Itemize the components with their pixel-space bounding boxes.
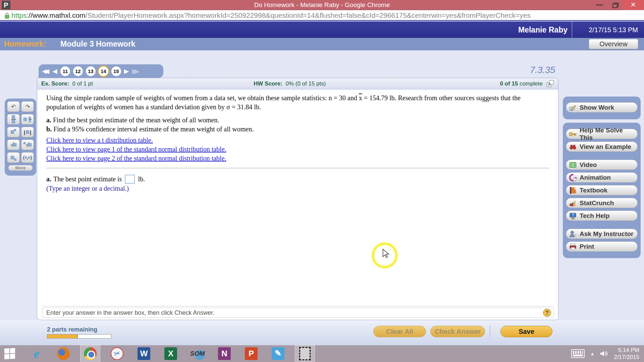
window-titlebar: P Do Homework - Melanie Raby - Google Ch… (0, 0, 644, 10)
answer-part-label: a. (46, 175, 51, 183)
taskbar-time: 5:14 PM (614, 347, 639, 354)
monitor-question-icon: ? (569, 212, 577, 220)
homework-title: Module 3 Homework (60, 40, 136, 49)
mixed-number-icon[interactable] (21, 114, 34, 125)
hw-score-value: 0% (0 of 15 pts) (285, 80, 326, 87)
first-question-button[interactable]: ◀◀ (42, 67, 49, 75)
next-question-button[interactable]: ▶ (124, 67, 129, 75)
undo-icon[interactable]: ↶ (7, 101, 20, 112)
x-bar-symbol: x (359, 94, 362, 102)
subscript-icon[interactable] (7, 152, 20, 163)
exponent-icon[interactable] (7, 127, 20, 137)
complete-label: complete (520, 80, 543, 87)
word-icon[interactable]: W (134, 345, 154, 362)
ask-instructor-button[interactable]: Ask My Instructor (566, 229, 638, 239)
question-15-button[interactable]: 15 (111, 66, 121, 76)
save-button[interactable]: Save (500, 326, 552, 337)
browser-address-bar[interactable]: https://www.mathxl.com/Student/PlayerHom… (0, 10, 644, 21)
powerpoint-icon[interactable]: P (241, 345, 261, 362)
answer-prompt: The best point estimate is (53, 175, 122, 183)
restore-button[interactable] (607, 0, 623, 10)
help-me-solve-button[interactable]: Help Me Solve This (566, 129, 638, 139)
som-icon[interactable]: SOM (188, 345, 207, 362)
snipping-tool-icon[interactable]: ✂ (107, 345, 127, 362)
statcrunch-label: StatCrunch (580, 199, 614, 207)
question-13-button[interactable]: 13 (86, 66, 96, 76)
instruction-text: Enter your answer in the answer box, the… (46, 309, 214, 316)
onenote-icon[interactable]: N (215, 345, 234, 362)
complete-status: 0 of 15 complete (500, 80, 543, 87)
part-b-text: Find a 95% confidence interval estimate … (53, 125, 254, 133)
help-icon[interactable]: ? (543, 309, 551, 317)
question-11-button[interactable]: 11 (60, 66, 70, 76)
footer-separator (490, 325, 490, 338)
parts-remaining: 2 parts remaining (47, 326, 97, 333)
square-root-icon[interactable]: √ (7, 139, 20, 150)
reference-links: Click here to view a t distribution tabl… (46, 136, 226, 163)
ordered-pair-icon[interactable]: (,) (21, 152, 34, 163)
normal-table-page1-link[interactable]: Click here to view page 1 of the standar… (46, 145, 226, 154)
check-answer-button[interactable]: Check Answer (430, 326, 485, 337)
taskbar-date: 2/17/2015 (614, 354, 639, 361)
key-icon (569, 130, 577, 138)
popout-icon[interactable] (546, 80, 554, 88)
journal-icon[interactable]: ✎ (268, 345, 288, 362)
url-text[interactable]: https://www.mathxl.com/Student/PlayerHom… (11, 11, 531, 19)
tech-help-button[interactable]: ? Tech Help (566, 210, 638, 221)
nth-root-icon[interactable]: √ (21, 139, 34, 150)
taskbar-caret-icon[interactable]: ▲ (590, 351, 594, 356)
question-14-button-selected[interactable]: 14 (99, 66, 108, 76)
question-part-b: b. Find a 95% confidence interval estima… (46, 125, 546, 134)
touch-keyboard-icon[interactable] (571, 349, 585, 358)
url-scheme: https (11, 11, 27, 19)
more-palette-button[interactable]: More (8, 165, 33, 171)
question-12-button[interactable]: 12 (73, 66, 83, 76)
progress-bar (47, 334, 111, 339)
view-example-button[interactable]: View an Example (566, 141, 638, 152)
clear-all-button[interactable]: Clear All (373, 326, 426, 337)
chrome-icon-active[interactable] (80, 345, 100, 362)
header-datetime: 2/17/15 5:13 PM (589, 26, 638, 34)
show-work-button[interactable]: Show Work (566, 102, 638, 113)
instructor-person-icon (569, 230, 577, 238)
t-table-link[interactable]: Click here to view a t distribution tabl… (46, 136, 226, 145)
last-question-button[interactable]: ▶▶ (132, 67, 139, 75)
taskbar-clock[interactable]: 5:14 PM 2/17/2015 (614, 347, 639, 361)
textbook-button[interactable]: Textbook (566, 185, 638, 195)
video-button[interactable]: Video (566, 160, 638, 170)
windows-logo-icon (4, 348, 15, 359)
volume-icon[interactable] (600, 350, 608, 358)
prev-question-button[interactable]: ◀ (52, 67, 57, 75)
book-icon (569, 186, 577, 194)
close-button[interactable]: ✕ (623, 0, 644, 10)
print-button[interactable]: Print (566, 241, 638, 252)
math-palette: ↶ ↷ || √ √ (,) More (5, 99, 36, 176)
instruction-divider (42, 306, 554, 306)
minimize-button[interactable]: — (592, 0, 607, 10)
redo-icon[interactable]: ↷ (21, 101, 34, 112)
part-b-label: b. (46, 125, 52, 133)
overview-button[interactable]: Overview (589, 39, 638, 49)
binoculars-icon (569, 143, 577, 151)
fraction-icon[interactable] (7, 114, 20, 125)
exercise-score: Ex. Score: 0 of 1 pt (41, 80, 93, 87)
absolute-value-icon[interactable]: || (21, 127, 34, 137)
internet-explorer-icon[interactable]: e (27, 345, 46, 362)
ask-instructor-label: Ask My Instructor (580, 230, 633, 238)
animation-swirl-icon (569, 174, 577, 182)
window-title: Do Homework - Melanie Raby - Google Chro… (0, 0, 644, 10)
answer-input[interactable] (125, 175, 135, 184)
firefox-icon[interactable] (54, 345, 73, 362)
part-a-text: Find the best point estimate of the mean… (53, 116, 219, 124)
statcrunch-button[interactable]: StatCrunch (566, 198, 638, 208)
snip-selection-icon[interactable] (295, 345, 315, 362)
normal-table-page2-link[interactable]: Click here to view page 2 of the standar… (46, 154, 226, 163)
site-header: Melanie Raby 2/17/15 5:13 PM (0, 21, 644, 38)
animation-button[interactable]: Animation (566, 172, 638, 183)
animation-label: Animation (580, 174, 611, 181)
printer-icon (569, 243, 577, 251)
header-separator (572, 21, 572, 38)
excel-icon[interactable]: X (161, 345, 180, 362)
start-button[interactable] (0, 345, 19, 362)
url-host: ://www.mathxl.com (27, 11, 86, 19)
